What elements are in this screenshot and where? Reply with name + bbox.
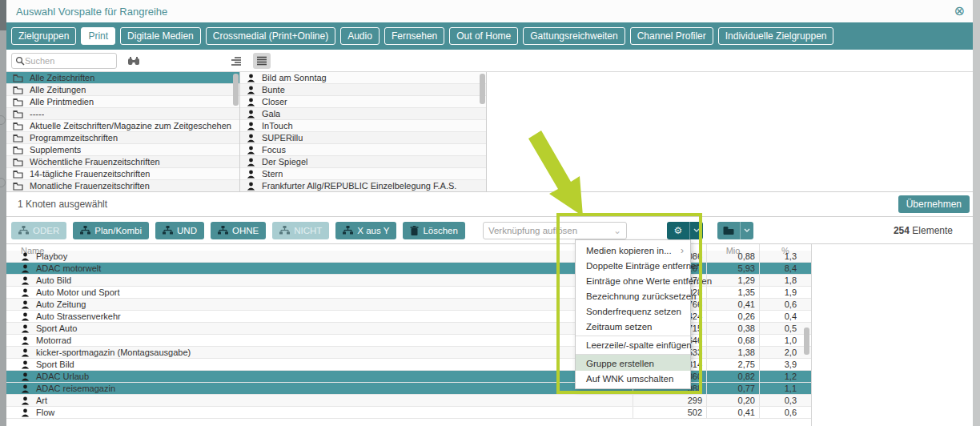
media-list-item[interactable]: Gala xyxy=(240,108,486,120)
person-icon xyxy=(247,158,255,167)
media-list-item[interactable]: Closer xyxy=(240,96,486,108)
menu-item[interactable]: Einträge ohne Werte entfernen xyxy=(576,273,690,288)
media-type-tabbar: Zielgruppen Print Digitale Medien Crossm… xyxy=(6,22,973,50)
person-icon xyxy=(21,300,30,309)
category-list-item[interactable]: Supplements xyxy=(6,144,239,156)
search-box[interactable] xyxy=(11,53,117,69)
media-list-item[interactable]: InTouch xyxy=(240,120,486,132)
table-row[interactable]: Flow 502 0,41 0,6 xyxy=(6,407,811,419)
folder-icon xyxy=(13,86,23,94)
search-input[interactable] xyxy=(25,56,105,66)
category-list-item[interactable]: Programmzeitschriften xyxy=(6,132,239,144)
folder-icon xyxy=(13,98,23,106)
tab-button[interactable]: Print xyxy=(81,27,115,45)
person-icon xyxy=(21,264,30,273)
category-list-item[interactable]: 14-tägliche Frauenzeitschriften xyxy=(6,168,239,180)
tree-icon xyxy=(343,226,353,235)
tab-button[interactable]: Crossmedial (Print+Online) xyxy=(206,27,335,45)
hierarchy-list-icon[interactable] xyxy=(253,53,271,69)
person-icon xyxy=(247,74,255,82)
person-icon xyxy=(247,122,255,131)
table-scrollbar-thumb[interactable] xyxy=(804,328,809,355)
media-list-item[interactable]: Bild am Sonntag xyxy=(240,72,486,84)
combination-button[interactable]: UND xyxy=(155,222,204,239)
menu-item[interactable]: Leerzeile/-spalte einfügen xyxy=(576,336,690,352)
menu-item[interactable]: Sonderfrequenz setzen xyxy=(576,303,690,319)
tab-button[interactable]: Digitale Medien xyxy=(120,27,201,45)
tab-button[interactable]: Out of Home xyxy=(449,27,518,45)
tab-button[interactable]: Gattungsreichweiten xyxy=(523,27,625,45)
menu-item[interactable]: Medien kopieren in... › xyxy=(576,243,690,258)
combination-button[interactable]: ODER xyxy=(11,222,66,239)
combination-button[interactable]: OHNE xyxy=(211,222,266,239)
person-icon xyxy=(21,336,30,345)
ranking-table-area: Name Fälle Mio % Playboy 1.086 xyxy=(6,243,973,426)
dialog-title: Auswahl Vorspalte für Rangreihe xyxy=(16,6,167,18)
category-scrollbar-thumb[interactable] xyxy=(233,74,239,106)
category-list-item[interactable]: Alle Zeitschriften xyxy=(6,72,239,84)
tab-button[interactable]: Audio xyxy=(340,27,380,45)
menu-item[interactable]: Doppelte Einträge entfernen xyxy=(576,258,690,273)
category-list-item[interactable]: Alle Zeitungen xyxy=(6,84,239,96)
category-list-item[interactable]: Wöchentliche Frauenzeitschriften xyxy=(6,156,239,168)
gear-icon: ⚙ xyxy=(667,225,689,236)
combination-button[interactable]: Plan/Kombi xyxy=(73,222,149,239)
dialog: Auswahl Vorspalte für Rangreihe ⊗ Zielgr… xyxy=(6,0,973,426)
tree-icon xyxy=(218,226,228,235)
chevron-down-icon: ⌄ xyxy=(613,225,621,236)
flat-list-icon[interactable] xyxy=(227,53,245,69)
close-icon[interactable]: ⊗ xyxy=(954,5,965,18)
person-icon xyxy=(247,134,255,143)
person-icon xyxy=(247,98,255,106)
table-row[interactable]: Art 299 0,20 0,3 xyxy=(6,395,811,407)
tree-icon xyxy=(80,226,90,235)
media-list-item[interactable]: Frankfurter Allg/REPUBLIC Einzelbelegung… xyxy=(240,180,486,191)
menu-item[interactable]: Auf WNK umschalten xyxy=(576,371,690,386)
search-toolbar xyxy=(6,50,973,72)
combination-button[interactable]: NICHT xyxy=(272,222,329,239)
menu-item[interactable]: Zeitraum setzen xyxy=(576,319,690,334)
media-scrollbar-thumb[interactable] xyxy=(480,74,485,104)
media-list-item[interactable]: Bunte xyxy=(240,84,486,96)
selection-status-text: 1 Knoten ausgewählt xyxy=(18,199,107,210)
settings-split-button[interactable]: ⚙ xyxy=(667,222,703,239)
tab-button[interactable]: Fernsehen xyxy=(384,27,444,45)
background-window-left-edge xyxy=(0,0,6,426)
media-list-item[interactable]: Der Spiegel xyxy=(240,156,486,168)
tree-icon xyxy=(18,226,29,235)
person-icon xyxy=(247,170,255,179)
elements-count: 254 Elemente xyxy=(894,225,973,236)
chevron-down-icon[interactable] xyxy=(740,222,753,239)
category-list-item[interactable]: Aktuelle Zeitschriften/Magazine zum Zeit… xyxy=(6,120,239,132)
menu-item[interactable]: Gruppe erstellen xyxy=(576,354,690,371)
media-list-item[interactable]: SUPERillu xyxy=(240,132,486,144)
empty-panel-area xyxy=(487,72,973,191)
category-list-item[interactable]: Monatliche Frauenzeitschriften xyxy=(6,180,239,191)
person-icon xyxy=(21,372,30,381)
person-icon xyxy=(21,384,30,393)
chevron-down-icon[interactable] xyxy=(689,222,703,239)
person-icon xyxy=(21,276,30,285)
category-list-item[interactable]: Alle Printmedien xyxy=(6,96,239,108)
binoculars-icon[interactable] xyxy=(125,53,143,69)
folder-split-button[interactable] xyxy=(717,222,753,239)
menu-item[interactable]: Bezeichnung zurücksetzen xyxy=(576,288,690,303)
folder-icon xyxy=(13,146,23,155)
status-row: 1 Knoten ausgewählt Übernehmen xyxy=(6,192,973,216)
combination-button[interactable]: X aus Y xyxy=(335,222,396,239)
tab-button[interactable]: Channel Profiler xyxy=(630,27,713,45)
folder-icon xyxy=(13,134,23,143)
media-selection-dialog-screen: Auswahl Vorspalte für Rangreihe ⊗ Zielgr… xyxy=(0,0,980,426)
tab-button[interactable]: Individuelle Zielgruppen xyxy=(718,27,834,45)
person-icon xyxy=(247,182,255,191)
apply-button[interactable]: Übernehmen xyxy=(898,195,970,213)
combination-button[interactable]: Löschen xyxy=(403,222,464,239)
media-list-item[interactable]: Focus xyxy=(240,144,486,156)
link-resolve-select[interactable]: Verknüpfung auflösen ⌄ xyxy=(483,222,627,239)
person-icon xyxy=(21,348,30,357)
person-icon xyxy=(21,324,30,333)
category-list-item[interactable]: ----- xyxy=(6,108,239,120)
media-list-item[interactable]: Stern xyxy=(240,168,486,180)
tab-button[interactable]: Zielgruppen xyxy=(11,27,76,45)
background-icon xyxy=(0,115,6,125)
